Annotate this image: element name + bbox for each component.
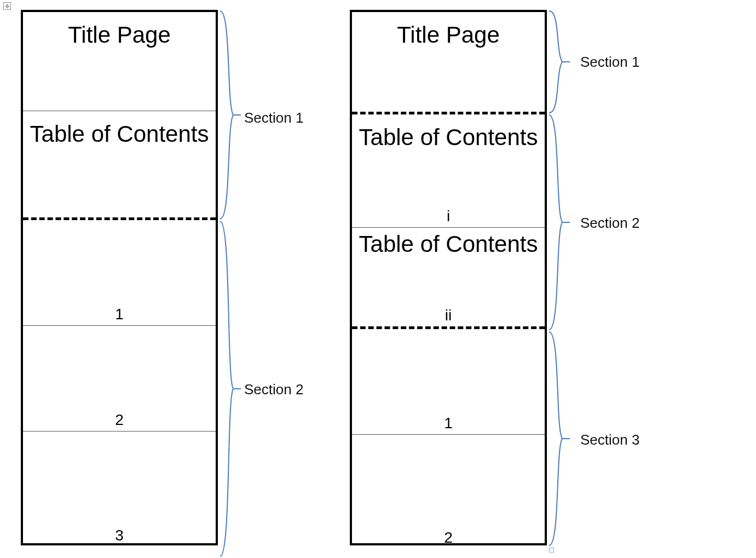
section-label: Section 2: [244, 381, 303, 398]
brace-icon: [219, 220, 241, 557]
section-label: Section 1: [244, 110, 303, 126]
section-label: Section 2: [580, 215, 639, 232]
left-page-3: 1: [23, 220, 216, 325]
page-title: Table of Contents: [359, 231, 538, 257]
page-number: 3: [115, 528, 124, 543]
left-page-4: 2: [23, 326, 216, 431]
page-number: ii: [445, 308, 452, 323]
page-title: Table of Contents: [359, 124, 538, 151]
table-anchor-icon: ✥: [3, 2, 11, 10]
left-page-2: Table of Contents: [23, 111, 216, 217]
page-number: i: [447, 209, 450, 224]
right-page-2: Table of Contents i: [352, 114, 545, 227]
brace-icon: [548, 114, 570, 331]
page-number: 1: [444, 416, 453, 431]
right-page-5: 2: [352, 435, 545, 549]
page-title: Title Page: [68, 22, 171, 48]
left-page-5: 3: [23, 432, 216, 547]
right-page-1: Title Page: [352, 12, 545, 112]
brace-icon: [548, 10, 570, 114]
resize-handle-icon: [549, 548, 554, 553]
right-column: Title Page Table of Contents i Table of …: [350, 10, 547, 545]
section-label: Section 3: [580, 432, 639, 448]
section-label: Section 1: [580, 54, 639, 71]
right-page-3: Table of Contents ii: [352, 228, 545, 326]
page-number: 1: [115, 307, 124, 322]
page-number: 2: [115, 412, 124, 428]
left-page-1: Title Page: [23, 12, 216, 111]
page-title: Table of Contents: [30, 121, 209, 147]
brace-icon: [548, 331, 570, 547]
page-title: Title Page: [397, 22, 500, 48]
page-number: 2: [444, 530, 453, 545]
brace-icon: [219, 10, 241, 220]
left-column: Title Page Table of Contents 1 2 3: [21, 10, 218, 545]
right-page-4: 1: [352, 329, 545, 434]
